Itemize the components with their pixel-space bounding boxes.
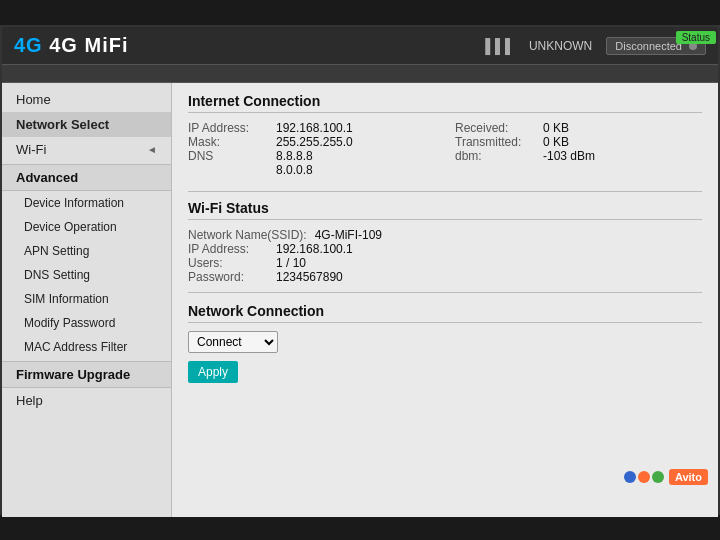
- ssid-label: Network Name(SSID):: [188, 228, 307, 242]
- dbm-row: dbm: -103 dBm: [455, 149, 702, 163]
- sidebar-item-firmware[interactable]: Firmware Upgrade: [2, 361, 171, 388]
- sidebar-item-dns[interactable]: DNS Setting: [2, 263, 171, 287]
- status-area: ▌▌▌ UNKNOWN Disconnected: [485, 37, 706, 55]
- sidebar-item-device-op[interactable]: Device Operation: [2, 215, 171, 239]
- sidebar: Home Network Select Wi-Fi ◄ Advanced Dev…: [2, 83, 172, 517]
- dns2-label: [188, 163, 268, 177]
- received-value: 0 KB: [543, 121, 569, 135]
- ssid-value: 4G-MiFI-109: [315, 228, 382, 242]
- status-pill: Status: [676, 31, 716, 44]
- sidebar-item-password[interactable]: Modify Password: [2, 311, 171, 335]
- sidebar-item-apn[interactable]: APN Setting: [2, 239, 171, 263]
- avito-circle-1: [624, 471, 636, 483]
- received-row: Received: 0 KB: [455, 121, 702, 135]
- mask-row: Mask: 255.255.255.0: [188, 135, 435, 149]
- internet-right: Received: 0 KB Transmitted: 0 KB dbm: -1…: [455, 121, 702, 177]
- sidebar-item-help[interactable]: Help: [2, 388, 171, 413]
- pass-label: Password:: [188, 270, 268, 284]
- wifi-ip-label: IP Address:: [188, 242, 268, 256]
- dns2-row: 8.0.0.8: [188, 163, 435, 177]
- dns-label: DNS: [188, 149, 268, 163]
- sidebar-item-wifi[interactable]: Wi-Fi ◄: [2, 137, 171, 162]
- sidebar-item-home[interactable]: Home: [2, 87, 171, 112]
- wifi-info: Network Name(SSID): 4G-MiFI-109 IP Addre…: [188, 228, 702, 284]
- ip-value: 192.168.100.1: [276, 121, 353, 135]
- sidebar-item-mac[interactable]: MAC Address Filter: [2, 335, 171, 359]
- pass-row: Password: 1234567890: [188, 270, 702, 284]
- dbm-value: -103 dBm: [543, 149, 595, 163]
- transmitted-value: 0 KB: [543, 135, 569, 149]
- users-label: Users:: [188, 256, 268, 270]
- dbm-label: dbm:: [455, 149, 535, 163]
- divider-1: [188, 191, 702, 192]
- sidebar-item-sim[interactable]: SIM Information: [2, 287, 171, 311]
- avito-circles: [624, 471, 664, 483]
- wifi-section-title: Wi-Fi Status: [188, 200, 702, 220]
- avito-circle-2: [638, 471, 650, 483]
- status-bar: [2, 65, 718, 83]
- signal-label: UNKNOWN: [529, 39, 592, 53]
- sidebar-item-advanced[interactable]: Advanced: [2, 164, 171, 191]
- transmitted-row: Transmitted: 0 KB: [455, 135, 702, 149]
- avito-circle-3: [652, 471, 664, 483]
- sidebar-item-network-select[interactable]: Network Select: [2, 112, 171, 137]
- connect-select[interactable]: Connect Disconnect: [188, 331, 278, 353]
- avito-watermark: Avito: [624, 469, 708, 485]
- wifi-ip-value: 192.168.100.1: [276, 242, 353, 256]
- brand-logo: 4G 4G MiFi: [14, 34, 128, 57]
- dns-value: 8.8.8.8: [276, 149, 313, 163]
- main-layout: Home Network Select Wi-Fi ◄ Advanced Dev…: [2, 83, 718, 517]
- avito-logo: Avito: [669, 469, 708, 485]
- wifi-ip-row: IP Address: 192.168.100.1: [188, 242, 702, 256]
- users-value: 1 / 10: [276, 256, 306, 270]
- divider-2: [188, 292, 702, 293]
- ssid-row: Network Name(SSID): 4G-MiFI-109: [188, 228, 702, 242]
- apply-button[interactable]: Apply: [188, 361, 238, 383]
- connect-row: Connect Disconnect: [188, 331, 702, 353]
- top-bar: 4G 4G MiFi ▌▌▌ UNKNOWN Disconnected Stat…: [2, 27, 718, 65]
- ip-label: IP Address:: [188, 121, 268, 135]
- sidebar-item-device-info[interactable]: Device Information: [2, 191, 171, 215]
- signal-icon: ▌▌▌: [485, 38, 515, 54]
- internet-section-title: Internet Connection: [188, 93, 702, 113]
- dns-row: DNS 8.8.8.8: [188, 149, 435, 163]
- transmitted-label: Transmitted:: [455, 135, 535, 149]
- pass-value: 1234567890: [276, 270, 343, 284]
- internet-left: IP Address: 192.168.100.1 Mask: 255.255.…: [188, 121, 435, 177]
- mask-value: 255.255.255.0: [276, 135, 353, 149]
- internet-info-grid: IP Address: 192.168.100.1 Mask: 255.255.…: [188, 121, 702, 177]
- network-section-title: Network Connection: [188, 303, 702, 323]
- dns2-value: 8.0.0.8: [276, 163, 313, 177]
- users-row: Users: 1 / 10: [188, 256, 702, 270]
- wifi-arrow-icon: ◄: [147, 144, 157, 155]
- received-label: Received:: [455, 121, 535, 135]
- network-connection-section: Network Connection Connect Disconnect Ap…: [188, 303, 702, 383]
- content-area: Internet Connection IP Address: 192.168.…: [172, 83, 718, 517]
- mask-label: Mask:: [188, 135, 268, 149]
- ip-row: IP Address: 192.168.100.1: [188, 121, 435, 135]
